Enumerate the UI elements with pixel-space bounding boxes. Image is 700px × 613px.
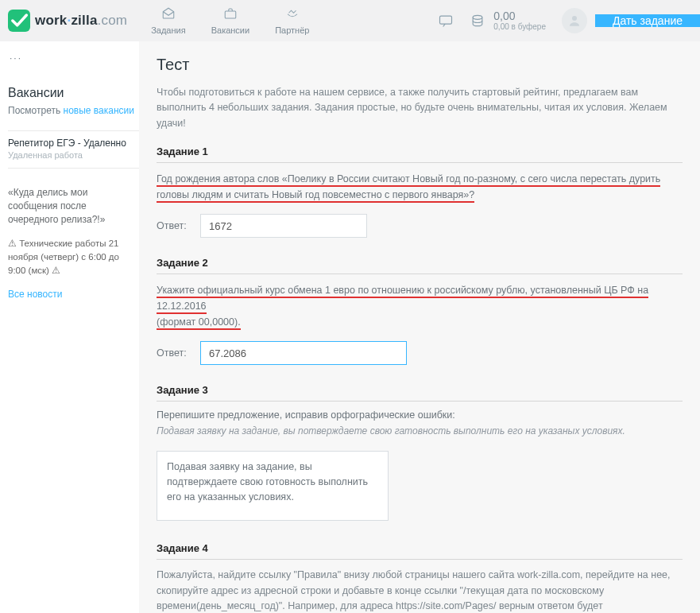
nav-vacancies[interactable]: Вакансии <box>199 0 263 41</box>
svg-point-2 <box>473 15 482 19</box>
task-question: Год рождения автора слов «Поелику в Росс… <box>157 171 683 203</box>
nav-partner[interactable]: Партнёр <box>262 0 322 41</box>
sidebar-all-news: Все новости <box>8 288 139 300</box>
svg-rect-1 <box>440 16 452 24</box>
featured-vacancy-sub: Удаленная работа <box>8 150 133 160</box>
sidebar-featured-vacancy[interactable]: Репетитор ЕГЭ - Удаленно Удаленная работ… <box>8 130 139 169</box>
task4-text: Пожалуйста, найдите ссылку "Правила" вни… <box>157 568 683 613</box>
sidebar-maintenance-note: ⚠ Технические работы 21 ноября (четверг)… <box>8 237 133 277</box>
balance-sub: 0,00 в буфере <box>493 22 546 32</box>
task1-answer-input[interactable] <box>200 214 367 238</box>
answer-label: Ответ: <box>157 220 200 231</box>
featured-vacancy-title: Репетитор ЕГЭ - Удаленно <box>8 138 133 149</box>
task2-answer-input[interactable] <box>200 341 407 365</box>
new-vacancies-link[interactable]: новые вакансии <box>64 105 134 116</box>
task-heading: Задание 2 <box>157 257 683 274</box>
task-4: Задание 4 Пожалуйста, найдите ссылку "Пр… <box>157 542 683 613</box>
answer-label: Ответ: <box>157 347 200 359</box>
task-3: Задание 3 Перепишите предложение, исправ… <box>157 384 683 523</box>
handshake-icon <box>284 6 300 23</box>
nav-label: Задания <box>151 25 185 35</box>
sidebar: Вакансии Посмотреть новые вакансии Репет… <box>0 41 139 613</box>
task-heading: Задание 4 <box>157 542 683 560</box>
sidebar-heading-vacancies: Вакансии <box>8 86 139 100</box>
balance[interactable]: 0,00 0,00 в буфере <box>462 10 554 32</box>
header-right: 0,00 0,00 в буфере Дать задание <box>430 0 700 41</box>
briefcase-icon <box>222 6 238 23</box>
svg-rect-0 <box>225 11 236 18</box>
top-nav: Задания Вакансии Партнёр <box>138 0 322 41</box>
nav-tasks[interactable]: Задания <box>138 0 198 41</box>
create-task-button[interactable]: Дать задание <box>595 14 700 27</box>
app-header: work·zilla.com Задания Вакансии Партнёр … <box>0 0 700 41</box>
intro-text: Чтобы подготовиться к работе на нашем се… <box>157 85 683 131</box>
task-1: Задание 1 Год рождения автора слов «Поел… <box>157 145 683 238</box>
main-content: Тест Чтобы подготовиться к работе на наш… <box>139 41 700 613</box>
task3-instruction: Перепишите предложение, исправив орфогра… <box>157 409 683 421</box>
task-heading: Задание 3 <box>157 384 683 402</box>
logo-check-icon <box>8 10 30 32</box>
envelope-open-icon <box>160 6 176 23</box>
sidebar-news-quote[interactable]: «Куда делись мои сообщения после очередн… <box>8 186 134 226</box>
sidebar-truncated-item[interactable] <box>8 49 139 72</box>
all-news-link[interactable]: Все новости <box>8 289 62 300</box>
task3-source-text: Подавая заявку на задание, вы потверждае… <box>157 424 683 438</box>
task-heading: Задание 1 <box>157 145 683 163</box>
task3-answer-textarea[interactable] <box>157 451 389 521</box>
balance-amount: 0,00 <box>493 10 546 22</box>
task-2: Задание 2 Укажите официальный курс обмен… <box>157 257 683 365</box>
nav-label: Вакансии <box>211 25 250 35</box>
page-title: Тест <box>157 56 683 74</box>
logo-text: work·zilla.com <box>35 13 127 29</box>
coins-icon <box>470 13 493 29</box>
nav-label: Партнёр <box>275 25 309 35</box>
sidebar-vacancies-line: Посмотреть новые вакансии <box>8 105 139 116</box>
logo[interactable]: work·zilla.com <box>0 0 138 41</box>
svg-point-3 <box>572 16 577 21</box>
avatar[interactable] <box>562 8 587 33</box>
chat-icon[interactable] <box>430 13 462 29</box>
task-question: Укажите официальный курс обмена 1 евро п… <box>157 282 683 330</box>
user-icon <box>567 14 582 28</box>
